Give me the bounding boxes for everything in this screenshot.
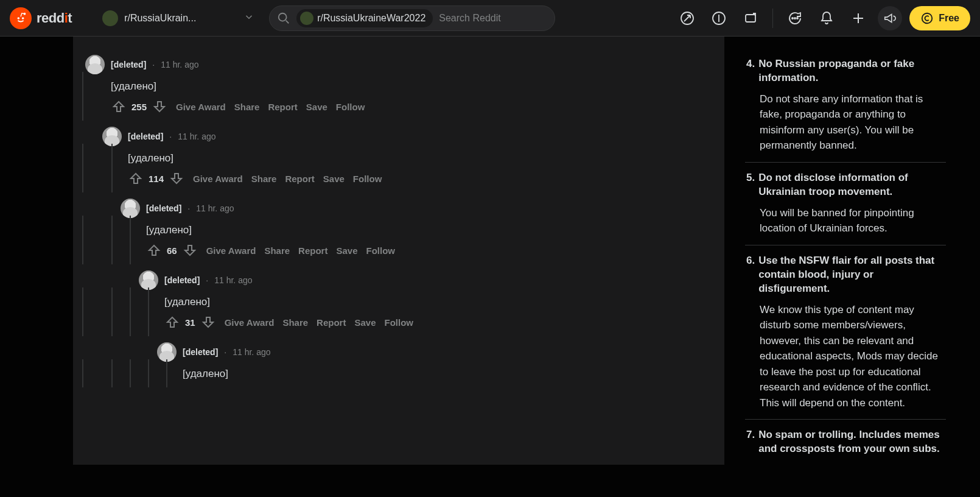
rule-title: Do not disclose information of Ukrainian… xyxy=(758,171,946,199)
thread-line[interactable] xyxy=(166,359,167,387)
upvote-icon[interactable] xyxy=(146,242,162,258)
downvote-icon[interactable] xyxy=(200,314,216,330)
svg-point-8 xyxy=(794,18,796,19)
separator-dot: · xyxy=(187,203,190,213)
chat-icon[interactable] xyxy=(783,6,807,30)
thread-line[interactable] xyxy=(82,216,83,264)
separator-dot: · xyxy=(152,60,155,69)
upvote-icon[interactable] xyxy=(164,314,180,330)
save-button[interactable]: Save xyxy=(336,245,357,256)
rule-item: 5.Do not disclose information of Ukraini… xyxy=(745,162,946,245)
report-button[interactable]: Report xyxy=(298,245,327,256)
thread-line[interactable] xyxy=(148,287,149,336)
rules-sidebar: 4.No Russian propaganda or fake informat… xyxy=(745,37,946,465)
popular-icon[interactable] xyxy=(675,6,699,30)
comment: [deleted] · 11 hr. ago [удалено] 255 Giv… xyxy=(73,49,724,121)
thread-line[interactable] xyxy=(111,216,113,264)
search-bar[interactable]: r/RussiaUkraineWar2022 xyxy=(269,5,555,31)
report-button[interactable]: Report xyxy=(268,102,297,112)
follow-button[interactable]: Follow xyxy=(353,174,382,184)
timestamp[interactable]: 11 hr. ago xyxy=(233,347,270,357)
rule-item: 4.No Russian propaganda or fake informat… xyxy=(745,49,946,162)
report-button[interactable]: Report xyxy=(317,317,346,328)
thread-line[interactable] xyxy=(82,72,83,121)
rule-body: Do not share any information that is fak… xyxy=(746,91,946,153)
award-button[interactable]: Give Award xyxy=(225,317,275,328)
subreddit-avatar-icon xyxy=(102,10,118,26)
share-button[interactable]: Share xyxy=(234,102,260,112)
share-button[interactable]: Share xyxy=(251,174,277,184)
comment-body: [удалено] xyxy=(128,152,715,164)
comments-column: [deleted] · 11 hr. ago [удалено] 255 Giv… xyxy=(73,37,724,465)
search-input[interactable] xyxy=(439,13,561,24)
author-link[interactable]: [deleted] xyxy=(146,203,181,213)
thread-line[interactable] xyxy=(111,359,113,387)
rule-body: We know this type of content may disturb… xyxy=(746,302,946,411)
thread-line[interactable] xyxy=(111,144,113,192)
author-link[interactable]: [deleted] xyxy=(128,132,163,141)
award-button[interactable]: Give Award xyxy=(193,174,243,184)
svg-point-10 xyxy=(922,13,933,23)
upvote-icon[interactable] xyxy=(111,99,127,115)
timestamp[interactable]: 11 hr. ago xyxy=(178,132,215,141)
author-link[interactable]: [deleted] xyxy=(111,60,146,69)
thread-line[interactable] xyxy=(130,287,131,336)
reddit-wordmark: reddit xyxy=(37,10,72,26)
comment: [deleted] · 11 hr. ago [удалено] 31 Give… xyxy=(73,264,724,336)
comment-body: [удалено] xyxy=(146,224,715,236)
downvote-icon[interactable] xyxy=(152,99,167,115)
thread-line[interactable] xyxy=(130,359,131,387)
author-link[interactable]: [deleted] xyxy=(164,275,200,285)
score: 66 xyxy=(167,245,177,256)
create-post-icon[interactable] xyxy=(846,6,870,30)
thread-line[interactable] xyxy=(82,359,83,387)
downvote-icon[interactable] xyxy=(182,242,198,258)
report-button[interactable]: Report xyxy=(285,174,314,184)
reddit-logo[interactable]: reddit xyxy=(10,7,72,29)
free-label: Free xyxy=(939,13,959,24)
thread-line[interactable] xyxy=(82,144,83,192)
svg-point-7 xyxy=(792,18,793,19)
timestamp[interactable]: 11 hr. ago xyxy=(196,203,234,213)
search-scope-chip[interactable]: r/RussiaUkraineWar2022 xyxy=(296,9,433,27)
notifications-icon[interactable] xyxy=(814,6,839,30)
reddit-logo-icon xyxy=(10,7,32,29)
award-button[interactable]: Give Award xyxy=(176,102,226,112)
coin-icon[interactable] xyxy=(707,6,731,30)
award-button[interactable]: Give Award xyxy=(206,245,256,256)
follow-button[interactable]: Follow xyxy=(336,102,365,112)
advertise-icon[interactable] xyxy=(878,6,902,30)
rule-body: You will be banned for pinpointing locat… xyxy=(746,205,946,236)
timestamp[interactable]: 11 hr. ago xyxy=(161,60,198,69)
divider xyxy=(772,9,773,28)
subreddit-selector[interactable]: r/RussiaUkrain... xyxy=(96,6,261,30)
thread-line[interactable] xyxy=(111,287,113,336)
author-link[interactable]: [deleted] xyxy=(183,347,218,357)
follow-button[interactable]: Follow xyxy=(384,317,413,328)
chip-label: r/RussiaUkraineWar2022 xyxy=(317,13,425,24)
follow-button[interactable]: Follow xyxy=(366,245,395,256)
search-icon xyxy=(277,12,290,25)
comment-body: [удалено] xyxy=(111,80,715,93)
share-button[interactable]: Share xyxy=(282,317,308,328)
thread-line[interactable] xyxy=(82,287,83,336)
shield-icon[interactable] xyxy=(738,6,763,30)
svg-point-3 xyxy=(279,13,287,21)
save-button[interactable]: Save xyxy=(354,317,376,328)
downvote-icon[interactable] xyxy=(169,171,184,186)
upvote-icon[interactable] xyxy=(128,171,144,186)
separator-dot: · xyxy=(169,132,172,141)
save-button[interactable]: Save xyxy=(306,102,327,112)
free-button[interactable]: Free xyxy=(909,6,970,30)
svg-rect-6 xyxy=(746,15,755,22)
subreddit-name: r/RussiaUkrain... xyxy=(124,13,237,24)
comment: [deleted] · 11 hr. ago [удалено] 66 Give… xyxy=(73,192,724,264)
thread-line[interactable] xyxy=(148,359,149,387)
share-button[interactable]: Share xyxy=(264,245,290,256)
thread-line[interactable] xyxy=(130,216,131,264)
chip-subreddit-icon xyxy=(300,12,313,25)
timestamp[interactable]: 11 hr. ago xyxy=(214,275,252,285)
avatar[interactable] xyxy=(85,55,105,74)
save-button[interactable]: Save xyxy=(323,174,345,184)
rule-title: No spam or trolling. Includes memes and … xyxy=(758,428,946,456)
